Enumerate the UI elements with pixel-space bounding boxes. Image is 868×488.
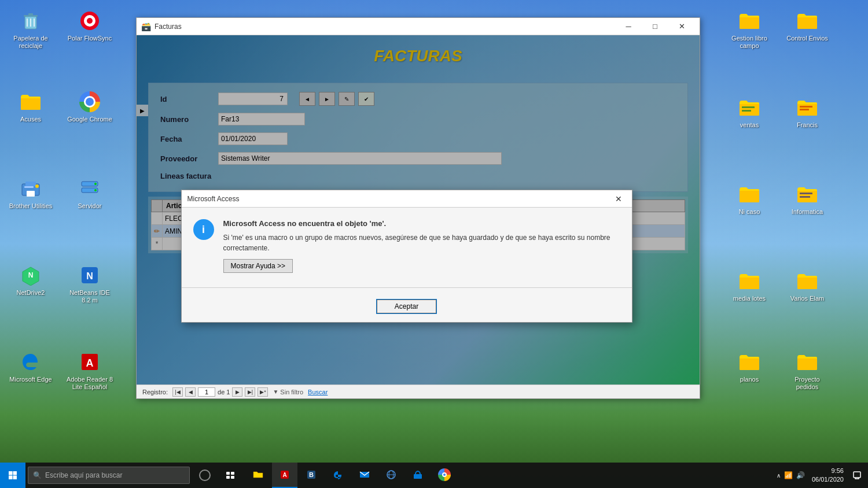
svg-point-12 xyxy=(35,184,39,188)
buscar-button[interactable]: Buscar xyxy=(308,389,328,395)
taskbar-clock[interactable]: 9:56 06/01/2020 xyxy=(807,467,848,485)
record-prev-button[interactable]: ◀ xyxy=(185,387,196,397)
icon-label: Gestion libro campo xyxy=(726,35,773,50)
notification-button[interactable] xyxy=(851,463,863,488)
record-last-button[interactable]: ▶| xyxy=(245,387,255,397)
svg-rect-46 xyxy=(414,474,422,479)
modal-accept-button[interactable]: Aceptar xyxy=(377,300,436,313)
record-current-input[interactable] xyxy=(198,387,215,397)
desktop-icon-acuses[interactable]: Acuses xyxy=(5,87,57,125)
desktop-icon-ventas[interactable]: ventas xyxy=(723,93,775,131)
window-controls: ─ □ ✕ xyxy=(615,18,695,35)
access-statusbar: Registro: |◀ ◀ de 1 ▶ ▶| ▶* ▼ Sin filtro… xyxy=(137,385,700,398)
taskbar-system-tray: ∧ 📶 🔊 9:56 06/01/2020 xyxy=(777,463,868,488)
folder-icon-proyecto xyxy=(795,349,820,375)
svg-rect-32 xyxy=(9,476,13,480)
icon-label: Papelera de reciclaje xyxy=(7,35,54,50)
netdrive-icon: N xyxy=(18,263,43,288)
svg-rect-27 xyxy=(742,110,751,112)
search-icon: 🔍 xyxy=(33,471,42,479)
taskbar-search-box[interactable]: 🔍 Escribe aquí para buscar xyxy=(28,467,190,484)
window-icon: 🗃️ xyxy=(141,22,151,31)
desktop-icon-informatica[interactable]: Informatica xyxy=(781,179,833,218)
recycle-bin-icon xyxy=(18,8,43,34)
modal-main-text: Microsoft Access no encuentra el objeto … xyxy=(223,219,620,228)
taskbar-store-button[interactable] xyxy=(405,463,431,488)
cortana-button[interactable] xyxy=(192,463,218,488)
modal-help-button[interactable]: Mostrar Ayuda >> xyxy=(223,259,293,273)
taskbar-mail-button[interactable] xyxy=(352,463,377,488)
wifi-icon: 📶 xyxy=(784,471,793,479)
chevron-up-icon[interactable]: ∧ xyxy=(777,472,781,479)
svg-text:A: A xyxy=(86,357,94,369)
access-content: ▶ FACTURAS Id ◄ ► ✎ ✔ xyxy=(137,35,700,385)
svg-rect-26 xyxy=(742,106,755,108)
desktop-icon-brother[interactable]: Brother Utilities xyxy=(5,173,57,212)
window-close-button[interactable]: ✕ xyxy=(668,18,695,35)
modal-close-button[interactable]: ✕ xyxy=(611,191,626,206)
clock-time: 9:56 xyxy=(812,467,844,475)
desktop-icon-polar[interactable]: Polar FlowSync xyxy=(64,6,116,45)
desktop-icon-proyecto[interactable]: Proyecto pedidos xyxy=(781,347,833,393)
desktop-icon-varios[interactable]: Varios Elam xyxy=(781,266,833,305)
modal-info-icon: i xyxy=(193,219,214,240)
desktop-icon-edge[interactable]: Microsoft Edge xyxy=(5,347,57,386)
desktop-icon-netdrive[interactable]: N NetDrive2 xyxy=(5,260,57,299)
folder-icon-control xyxy=(795,8,820,34)
desktop-icon-planos[interactable]: planos xyxy=(723,347,775,386)
svg-rect-10 xyxy=(25,182,36,186)
icon-label: Control Envios xyxy=(786,35,828,42)
icon-label: Polar FlowSync xyxy=(68,35,112,42)
desktop-icon-netbeans[interactable]: N NetBeans IDE 8.2 m xyxy=(64,260,116,306)
svg-rect-2 xyxy=(28,13,33,16)
start-button[interactable] xyxy=(0,463,25,488)
icon-label: Francis xyxy=(797,121,818,129)
window-titlebar: 🗃️ Facturas ─ □ ✕ xyxy=(137,18,700,35)
desktop-icon-media-lotes[interactable]: media lotes xyxy=(723,266,775,305)
desktop-icon-francis[interactable]: Francis xyxy=(781,93,833,131)
svg-rect-36 xyxy=(226,476,230,479)
svg-rect-34 xyxy=(226,472,230,475)
icon-label: Informatica xyxy=(792,208,823,216)
taskbar-chrome-taskbar-button[interactable] xyxy=(432,463,457,488)
desktop-icon-servidor[interactable]: Servidor xyxy=(64,173,116,212)
chrome-icon xyxy=(77,89,102,114)
svg-rect-33 xyxy=(13,476,17,480)
task-view-button[interactable] xyxy=(218,463,243,488)
window-restore-button[interactable]: □ xyxy=(642,18,668,35)
record-new-button[interactable]: ▶* xyxy=(258,387,268,397)
taskbar-access-button[interactable]: A xyxy=(272,463,297,488)
taskbar-explorer-button[interactable] xyxy=(245,463,271,488)
icon-label: media lotes xyxy=(733,295,766,302)
svg-point-8 xyxy=(87,18,93,24)
icon-label: Adobe Reader 8 Lite Español xyxy=(66,376,113,391)
desktop-icon-adobe[interactable]: A Adobe Reader 8 Lite Español xyxy=(64,347,116,393)
brother-icon xyxy=(18,176,43,201)
taskbar-edge-taskbar-button[interactable] xyxy=(325,463,351,488)
desktop-icon-gestion[interactable]: Gestion libro campo xyxy=(723,6,775,52)
taskbar-network-button[interactable] xyxy=(378,463,404,488)
no-filter-indicator[interactable]: ▼ Sin filtro xyxy=(273,389,303,395)
record-next-button[interactable]: ▶ xyxy=(232,387,242,397)
desktop-icon-papelera[interactable]: Papelera de reciclaje xyxy=(5,6,57,52)
desktop-icon-control-envios[interactable]: Control Envios xyxy=(781,6,833,45)
modal-divider xyxy=(182,287,632,288)
no-filter-label: Sin filtro xyxy=(280,389,303,395)
svg-rect-37 xyxy=(231,476,234,479)
icon-label: NetBeans IDE 8.2 m xyxy=(66,289,113,304)
modal-titlebar: Microsoft Access ✕ xyxy=(182,190,632,208)
svg-text:A: A xyxy=(282,472,286,478)
icon-label: Ni caso xyxy=(739,208,760,216)
desktop-icon-chrome[interactable]: Google Chrome xyxy=(64,87,116,125)
edge-icon xyxy=(18,349,43,375)
record-total: de 1 xyxy=(218,389,230,395)
folder-icon-ventas xyxy=(737,95,762,120)
desktop-icon-nicaso[interactable]: Ni caso xyxy=(723,179,775,218)
record-first-button[interactable]: |◀ xyxy=(172,387,183,397)
window-minimize-button[interactable]: ─ xyxy=(615,18,642,35)
taskbar-b-button[interactable]: B xyxy=(299,463,324,488)
folder-icon-francis xyxy=(795,95,820,120)
modal-dialog: Microsoft Access ✕ i Microsoft Access no… xyxy=(181,190,632,323)
icon-label: planos xyxy=(740,376,759,383)
netbeans-icon: N xyxy=(77,263,102,288)
